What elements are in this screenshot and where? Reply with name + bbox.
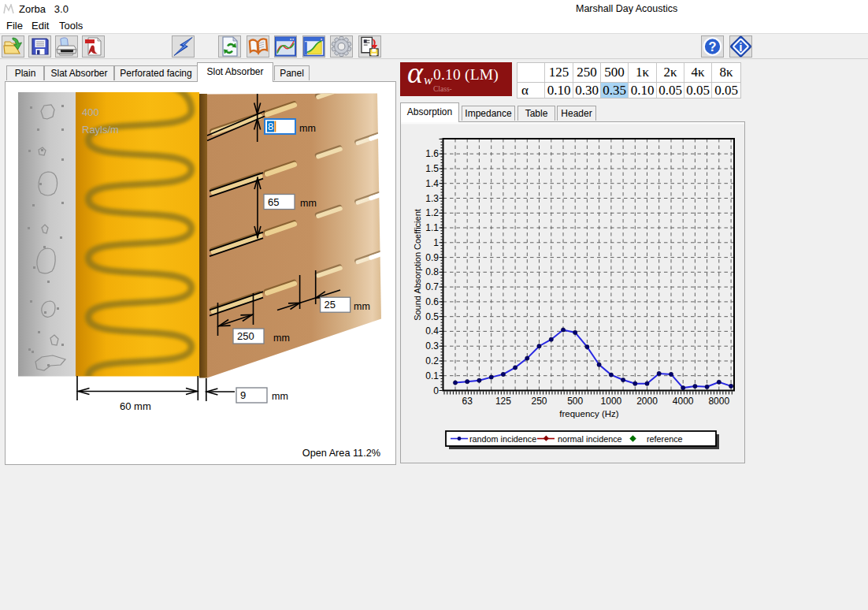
svg-text:1.4: 1.4	[425, 178, 439, 189]
svg-text:0.2: 0.2	[425, 355, 439, 366]
svg-text:1.3: 1.3	[425, 193, 439, 204]
svg-text:mm: mm	[272, 391, 288, 402]
svg-text:mm: mm	[273, 333, 290, 344]
svg-text:Sound Absorption Coefficient: Sound Absorption Coefficient	[413, 209, 422, 321]
svg-text:0: 0	[433, 385, 439, 396]
svg-text:1.5: 1.5	[425, 163, 439, 174]
svg-text:0.3: 0.3	[425, 340, 439, 351]
svg-text:1.1: 1.1	[425, 222, 439, 233]
svg-text:1: 1	[433, 237, 439, 248]
svg-text:1.2: 1.2	[425, 207, 439, 218]
svg-text:0.6: 0.6	[425, 296, 439, 307]
svg-text:9: 9	[240, 389, 246, 401]
svg-text:1000: 1000	[601, 396, 622, 407]
svg-text:0.8: 0.8	[425, 266, 439, 277]
svg-text:mm: mm	[299, 123, 316, 134]
svg-text:0.4: 0.4	[425, 325, 439, 337]
svg-text:Rayls/m: Rayls/m	[82, 124, 119, 136]
svg-text:mm: mm	[300, 198, 317, 209]
svg-text:125: 125	[495, 396, 511, 407]
svg-text:mm: mm	[354, 301, 370, 312]
svg-text:0.9: 0.9	[425, 252, 439, 263]
svg-text:65: 65	[268, 196, 279, 208]
svg-text:0.7: 0.7	[425, 281, 439, 292]
svg-text:500: 500	[567, 396, 583, 407]
svg-text:0.1: 0.1	[425, 370, 439, 381]
svg-text:8000: 8000	[708, 396, 729, 407]
svg-text:reference: reference	[647, 434, 683, 444]
svg-text:400: 400	[82, 106, 99, 118]
svg-text:1.6: 1.6	[425, 148, 439, 159]
svg-text:8: 8	[268, 121, 273, 132]
svg-text:2000: 2000	[636, 396, 658, 407]
svg-text:25: 25	[325, 299, 336, 311]
svg-text:63: 63	[462, 396, 473, 407]
svg-text:frequency (Hz): frequency (Hz)	[559, 409, 619, 418]
svg-text:normal incidence: normal incidence	[558, 434, 622, 444]
svg-text:0.5: 0.5	[425, 311, 439, 322]
svg-text:250: 250	[531, 396, 547, 407]
svg-text:4000: 4000	[673, 396, 694, 407]
svg-text:250: 250	[237, 330, 254, 342]
svg-text:Open Area 11.2%: Open Area 11.2%	[302, 448, 380, 459]
svg-text:60 mm: 60 mm	[120, 400, 151, 412]
svg-text:random incidence: random incidence	[469, 434, 536, 444]
